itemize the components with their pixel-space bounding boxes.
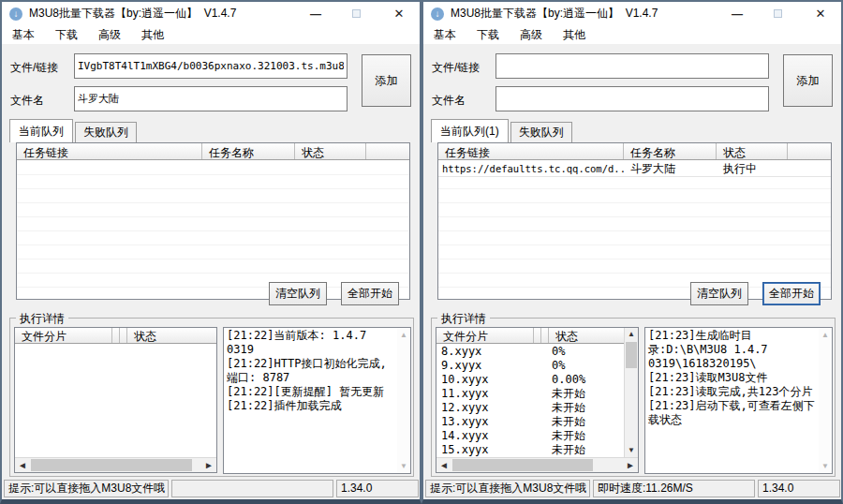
shard-table: 文件分片 状态 ◄ ► (14, 327, 217, 473)
shard-row[interactable]: 13.xyyx 未开始 (436, 415, 624, 429)
app-download-icon[interactable]: ↓ (9, 7, 22, 21)
file-link-input[interactable] (495, 53, 769, 79)
maximize-icon (352, 9, 361, 18)
menu-item[interactable]: 其他 (553, 25, 596, 45)
vertical-scrollbar[interactable]: ▲ ▼ (624, 328, 638, 457)
shard-header-spacer (112, 328, 120, 343)
scroll-up-icon[interactable]: ▲ (819, 329, 832, 341)
queue-header-status[interactable]: 状态 (295, 143, 366, 159)
shard-header-status[interactable]: 状态 (127, 328, 216, 343)
queue-header-spacer (366, 143, 409, 159)
shard-header-spacer (534, 328, 541, 343)
menu-item[interactable]: 基本 (423, 25, 466, 45)
window-right: ↓ M3U8批量下载器【by:逍遥一仙】 V1.4.7 — ✕ 基本下载高级其他… (422, 0, 843, 504)
file-link-label: 文件/链接 (432, 60, 494, 76)
queue-tabs: 当前队列(1) 失败队列 (431, 119, 574, 142)
menu-item[interactable]: 下载 (45, 25, 88, 45)
log-line: [21:22]插件加载完成 (227, 399, 396, 413)
log-line: [21:23]启动下载,可查看左侧下载状态 (648, 399, 818, 427)
scroll-left-icon[interactable]: ◄ (436, 458, 451, 472)
file-name-label: 文件名 (10, 93, 72, 109)
queue-body (17, 161, 409, 299)
queue-header-link[interactable]: 任务链接 (438, 143, 624, 159)
log-line: [21:23]读取完成,共123个分片 (648, 385, 818, 399)
file-link-input[interactable] (74, 53, 348, 79)
log-line: [21:22][更新提醒] 暂无更新 (227, 385, 396, 399)
menu-item[interactable]: 其他 (131, 25, 174, 45)
shard-row[interactable]: 14.xyyx 未开始 (436, 429, 624, 443)
tab-failed-queue[interactable]: 失败队列 (75, 122, 137, 142)
scroll-right-icon[interactable]: ► (623, 458, 638, 472)
clear-queue-button[interactable]: 清空队列 (269, 282, 327, 305)
scroll-down-icon[interactable]: ▼ (625, 444, 638, 457)
maximize-icon (774, 9, 782, 18)
execution-details-group: 执行详情 文件分片 状态 8.xyyx 0% 9.xyyx 0% 10.xyyx… (431, 318, 836, 477)
menu-bar: 基本下载高级其他 (423, 25, 841, 44)
scroll-up-icon[interactable]: ▲ (625, 328, 638, 341)
queue-body: https://defaultts.tc.qq.com/d... 斗罗大陆 执行… (438, 161, 831, 299)
menu-item[interactable]: 高级 (88, 25, 131, 45)
shard-row[interactable]: 11.xyyx 未开始 (436, 387, 624, 401)
scrollbar-thumb[interactable] (31, 459, 192, 471)
queue-row[interactable]: https://defaultts.tc.qq.com/d... 斗罗大陆 执行… (438, 161, 831, 177)
log-area[interactable]: [21:23]生成临时目录:D:\B\M3U8 1.4.7 0319\16183… (644, 327, 833, 474)
close-button[interactable]: ✕ (800, 7, 841, 21)
add-button[interactable]: 添加 (362, 54, 411, 107)
tab-failed-queue[interactable]: 失败队列 (510, 122, 572, 142)
menu-bar: 基本下载高级其他 (2, 25, 420, 44)
file-name-input[interactable] (495, 86, 769, 111)
queue-header-spacer (788, 143, 831, 159)
execution-details-title: 执行详情 (16, 311, 68, 327)
scroll-down-icon[interactable]: ▼ (819, 460, 832, 472)
scroll-up-icon[interactable]: ▲ (397, 329, 410, 341)
status-tip: 提示:可以直接拖入M3U8文件哦 (4, 480, 169, 497)
close-button[interactable]: ✕ (378, 7, 420, 21)
menu-item[interactable]: 基本 (2, 25, 45, 45)
maximize-button[interactable] (755, 7, 800, 21)
start-all-button[interactable]: 全部开始 (341, 282, 399, 305)
shard-row[interactable]: 10.xyyx 0.00% (436, 373, 624, 387)
shard-header-spacer (120, 328, 127, 343)
shard-row[interactable]: 12.xyyx 未开始 (436, 401, 624, 415)
log-scrollbar[interactable]: ▲ ▼ (397, 328, 410, 473)
log-line: [21:22]当前版本: 1.4.7 0319 (227, 329, 396, 357)
shard-header-file[interactable]: 文件分片 (436, 328, 534, 343)
maximize-button[interactable] (333, 7, 378, 21)
shard-header-spacer (541, 328, 549, 343)
shard-row[interactable]: 8.xyyx 0% (436, 345, 624, 359)
log-line: [21:22]HTTP接口初始化完成,端口: 8787 (227, 357, 396, 385)
tab-current-queue[interactable]: 当前队列(1) (431, 119, 509, 142)
log-scrollbar[interactable]: ▲ ▼ (819, 328, 832, 473)
shard-row[interactable]: 15.xyyx 未开始 (436, 443, 624, 457)
add-button[interactable]: 添加 (783, 54, 833, 107)
scroll-down-icon[interactable]: ▼ (397, 460, 410, 472)
file-name-input[interactable] (74, 86, 348, 111)
menu-item[interactable]: 下载 (466, 25, 510, 45)
scroll-left-icon[interactable]: ◄ (15, 458, 30, 472)
tab-current-queue[interactable]: 当前队列 (9, 119, 73, 142)
queue-header-link[interactable]: 任务链接 (17, 143, 202, 159)
shard-table: 文件分片 状态 8.xyyx 0% 9.xyyx 0% 10.xyyx 0.00… (436, 327, 639, 473)
queue-header-name[interactable]: 任务名称 (202, 143, 295, 159)
file-link-label: 文件/链接 (10, 60, 72, 76)
file-name-label: 文件名 (432, 93, 494, 109)
scrollbar-thumb[interactable] (626, 342, 637, 368)
horizontal-scrollbar[interactable]: ◄ ► (436, 457, 638, 472)
scrollbar-thumb[interactable] (452, 459, 593, 471)
start-all-button[interactable]: 全部开始 (762, 282, 821, 305)
shard-row[interactable]: 9.xyyx 0% (436, 359, 624, 373)
horizontal-scrollbar[interactable]: ◄ ► (15, 457, 216, 472)
app-download-icon[interactable]: ↓ (431, 7, 444, 21)
clear-queue-button[interactable]: 清空队列 (690, 282, 748, 305)
execution-details-group: 执行详情 文件分片 状态 ◄ ► [21:22]当前版本: 1.4.7 0319… (9, 318, 414, 477)
menu-item[interactable]: 高级 (510, 25, 553, 45)
queue-header-status[interactable]: 状态 (717, 143, 788, 159)
shard-header-file[interactable]: 文件分片 (15, 328, 112, 343)
execution-details-title: 执行详情 (437, 311, 490, 327)
log-area[interactable]: [21:22]当前版本: 1.4.7 0319[21:22]HTTP接口初始化完… (223, 327, 411, 474)
queue-header-name[interactable]: 任务名称 (624, 143, 717, 159)
minimize-button[interactable]: — (719, 7, 755, 21)
status-version: 1.34.0 (336, 480, 419, 497)
scroll-right-icon[interactable]: ► (201, 458, 216, 472)
minimize-button[interactable]: — (298, 7, 333, 21)
